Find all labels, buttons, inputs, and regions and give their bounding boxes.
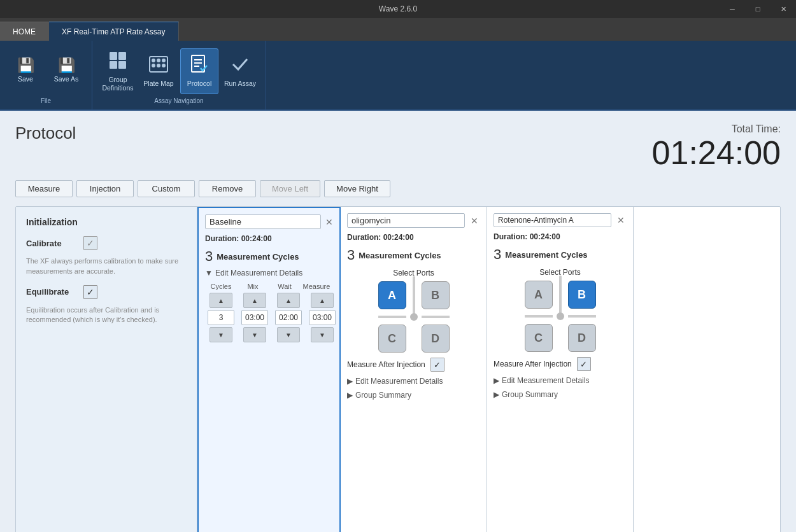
cycles-down-btn[interactable]: ▼: [210, 327, 232, 342]
rotenone-port-h-right: [568, 315, 596, 318]
svg-point-8: [152, 64, 155, 67]
oligomycin-header: ✕: [347, 213, 480, 228]
oligomycin-measure-after: Measure After Injection ✓: [347, 358, 480, 372]
svg-rect-0: [110, 52, 117, 60]
oligomycin-name-input[interactable]: [347, 213, 465, 228]
calibrate-desc: The XF always performs calibration to ma…: [26, 256, 187, 276]
svg-rect-1: [118, 52, 126, 60]
measure-down-btn[interactable]: ▼: [311, 327, 334, 342]
tab-home[interactable]: HOME: [0, 22, 49, 41]
close-button[interactable]: ✕: [771, 0, 796, 18]
rotenone-port-v-connector: [559, 276, 562, 314]
oligomycin-measure-checkbox[interactable]: ✓: [430, 358, 444, 372]
mix-value-input[interactable]: [241, 310, 268, 325]
ribbon-file-items: 💾 Save 💾 Save As: [6, 45, 85, 97]
rotenone-port-a-button[interactable]: A: [525, 281, 553, 309]
rotenone-port-b-button[interactable]: B: [568, 281, 596, 309]
cycles-up-btn[interactable]: ▲: [210, 293, 232, 308]
mix-up-btn[interactable]: ▲: [243, 293, 266, 308]
wait-up-btn[interactable]: ▲: [277, 293, 300, 308]
step-baseline[interactable]: ✕ Duration: 00:24:00 3 Measurement Cycle…: [197, 207, 341, 532]
svg-rect-3: [118, 61, 126, 69]
maximize-button[interactable]: □: [745, 0, 771, 18]
rotenone-edit-measurement[interactable]: ▶ Edit Measurement Details: [494, 376, 627, 385]
oligomycin-port-selector: Select Ports A B: [347, 269, 480, 353]
rotenone-close-button[interactable]: ✕: [615, 214, 627, 226]
save-button[interactable]: 💾 Save: [6, 48, 45, 94]
oligomycin-edit-measurement[interactable]: ▶ Edit Measurement Details: [347, 377, 480, 386]
cycles-up-row: ▲ ▲ ▲ ▲: [205, 293, 333, 308]
svg-rect-2: [110, 61, 117, 69]
ribbon-nav-items: Group Definitions Plate Map: [99, 45, 259, 97]
port-v-connector: [413, 276, 415, 314]
baseline-close-button[interactable]: ✕: [325, 216, 333, 228]
plate-map-button[interactable]: Plate Map: [139, 48, 178, 94]
page-title: Protocol: [15, 123, 76, 143]
group-definitions-button[interactable]: Group Definitions: [99, 48, 137, 94]
oligomycin-group-summary[interactable]: ▶ Group Summary: [347, 391, 480, 400]
initialization-panel: Initialization Calibrate ✓ The XF always…: [16, 207, 197, 532]
measure-button[interactable]: Measure: [15, 180, 73, 197]
move-left-button[interactable]: Move Left: [260, 180, 320, 197]
calibrate-checkbox[interactable]: ✓: [83, 236, 97, 250]
cycles-values-row: [205, 310, 333, 325]
protocol-button[interactable]: Protocol: [180, 48, 218, 94]
oligomycin-close-button[interactable]: ✕: [469, 215, 480, 227]
cycles-value-input[interactable]: [208, 310, 234, 325]
port-h-connector-left: [378, 316, 406, 318]
svg-point-5: [152, 59, 155, 62]
total-time-value: 01:24:00: [652, 135, 781, 171]
rotenone-group-summary[interactable]: ▶ Group Summary: [494, 390, 627, 399]
protocol-content: Initialization Calibrate ✓ The XF always…: [15, 206, 781, 532]
window-title: Wave 2.6.0: [379, 4, 417, 13]
rotenone-port-grid: A B: [494, 281, 627, 352]
rotenone-measure-checkbox[interactable]: ✓: [577, 357, 591, 371]
rotenone-port-c-button[interactable]: C: [525, 324, 553, 352]
wait-down-btn[interactable]: ▼: [277, 327, 300, 342]
plate-map-icon: [148, 54, 169, 77]
rotenone-port-d-button[interactable]: D: [568, 324, 596, 352]
protocol-icon: [189, 54, 210, 77]
save-icon: 💾: [17, 59, 34, 73]
rotenone-measure-after: Measure After Injection ✓: [494, 357, 627, 371]
port-a-button[interactable]: A: [378, 281, 406, 309]
title-bar: Wave 2.6.0 ─ □ ✕: [0, 0, 796, 18]
svg-point-9: [157, 64, 160, 67]
port-h-connector-right: [422, 316, 450, 318]
port-c-button[interactable]: C: [378, 325, 406, 353]
oligomycin-duration: Duration: 00:24:00: [347, 233, 480, 242]
port-center-dot: [410, 313, 418, 321]
minimize-button[interactable]: ─: [720, 0, 745, 18]
tab-xf-assay[interactable]: XF Real-Time ATP Rate Assay: [49, 22, 179, 41]
measure-up-btn[interactable]: ▲: [311, 293, 334, 308]
svg-point-10: [162, 64, 166, 67]
initialization-title: Initialization: [26, 217, 187, 227]
equilibrate-checkbox[interactable]: ✓: [83, 285, 97, 299]
total-time-area: Total Time: 01:24:00: [652, 123, 781, 171]
protocol-header: Protocol Total Time: 01:24:00: [15, 123, 781, 171]
equilibrate-label: Equilibrate: [26, 287, 77, 297]
measure-value-input[interactable]: [309, 310, 336, 325]
mix-down-btn[interactable]: ▼: [243, 327, 266, 342]
custom-button[interactable]: Custom: [138, 180, 195, 197]
remove-button[interactable]: Remove: [199, 180, 256, 197]
ribbon: 💾 Save 💾 Save As File: [0, 41, 796, 111]
wait-value-input[interactable]: [275, 310, 302, 325]
port-d-button[interactable]: D: [422, 325, 450, 353]
svg-point-6: [157, 59, 160, 62]
ribbon-group-file: 💾 Save 💾 Save As File: [0, 41, 92, 109]
run-assay-button[interactable]: Run Assay: [221, 48, 259, 94]
injection-button[interactable]: Injection: [76, 180, 134, 197]
equilibrate-row: Equilibrate ✓: [26, 285, 187, 299]
baseline-header: ✕: [205, 214, 333, 229]
baseline-edit-measurement[interactable]: ▼ Edit Measurement Details: [205, 269, 333, 277]
window-controls: ─ □ ✕: [720, 0, 796, 18]
rotenone-duration: Duration: 00:24:00: [494, 232, 627, 241]
move-right-button[interactable]: Move Right: [324, 180, 390, 197]
port-b-button[interactable]: B: [422, 281, 450, 309]
rotenone-name-input[interactable]: [494, 213, 611, 227]
baseline-name-input[interactable]: [205, 214, 321, 229]
rotenone-port-selector: Select Ports A B: [494, 268, 627, 352]
save-as-button[interactable]: 💾 Save As: [47, 48, 85, 94]
run-assay-icon: [230, 54, 250, 77]
